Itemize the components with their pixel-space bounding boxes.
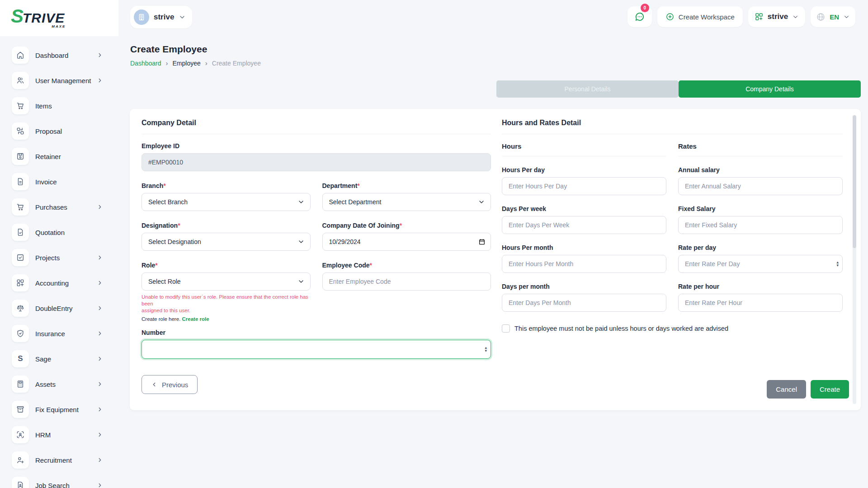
hours-heading: Hours: [502, 142, 666, 156]
chevron-right-icon: [97, 356, 103, 362]
hours-per-day-field[interactable]: [502, 177, 666, 195]
chevron-down-icon: [478, 198, 485, 206]
rates-heading: Rates: [678, 142, 843, 156]
sidebar-item-label: Items: [35, 102, 52, 110]
rate-per-hour-label: Rate per hour: [678, 283, 843, 290]
sidebar-item-label: Fix Equipment: [35, 406, 79, 413]
date-of-joining-field[interactable]: [322, 233, 491, 251]
card-scrollbar-thumb[interactable]: [853, 115, 856, 248]
sidebar-item-label: Invoice: [35, 178, 57, 186]
designation-select[interactable]: Select Designation: [142, 233, 311, 251]
language-selector[interactable]: EN: [811, 6, 855, 27]
breadcrumb-dashboard[interactable]: Dashboard: [130, 60, 161, 67]
scales-icon: [16, 304, 25, 313]
sidebar-item-job-search[interactable]: Job Search: [12, 476, 118, 488]
sidebar-item-assets[interactable]: Assets: [12, 375, 118, 393]
breadcrumb-current: Create Employee: [212, 60, 261, 67]
chevron-right-icon: [97, 305, 103, 311]
create-role-link[interactable]: Create role: [182, 316, 209, 322]
role-select[interactable]: Select Role: [142, 272, 311, 291]
rate-per-hour-field[interactable]: [678, 294, 843, 312]
sidebar-item-doubleentry[interactable]: DoubleEntry: [12, 299, 118, 317]
plus-circle-icon: [665, 12, 675, 21]
company-detail-section: Company Detail Employee ID Branch* Selec…: [142, 119, 491, 400]
role-helper-text: Create role here.: [142, 316, 180, 322]
create-workspace-button[interactable]: Create Workspace: [657, 6, 743, 27]
tab-company-details[interactable]: Company Details: [679, 80, 861, 98]
sidebar-item-insurance[interactable]: Insurance: [12, 324, 118, 343]
rate-per-day-spinner[interactable]: ▴▾: [836, 261, 839, 267]
department-label: Department: [322, 182, 358, 189]
chevron-right-icon: [97, 482, 103, 488]
sidebar-item-hrm[interactable]: HRM: [12, 426, 118, 444]
chevron-right-icon: [97, 254, 103, 261]
archive-box-icon: [16, 405, 25, 414]
workspace-selector[interactable]: strive: [748, 6, 805, 27]
sidebar-item-user-management[interactable]: User Management: [12, 71, 118, 89]
hours-per-month-field[interactable]: [502, 255, 666, 273]
sidebar-item-label: Retainer: [35, 153, 61, 160]
rate-per-day-field[interactable]: [678, 255, 843, 273]
app-logo[interactable]: S TRIVE MAXE: [11, 7, 65, 26]
previous-button[interactable]: Previous: [142, 375, 198, 394]
breadcrumb-employee[interactable]: Employee: [173, 60, 201, 67]
hours-column: Hours Hours Per day Days Per week Hours …: [502, 142, 666, 312]
create-button[interactable]: Create: [811, 380, 849, 399]
chevron-down-icon: [179, 14, 186, 21]
sidebar-item-sage[interactable]: S Sage: [12, 350, 118, 368]
number-spinner[interactable]: ▴▾: [485, 346, 487, 352]
sidebar-item-retainer[interactable]: Retainer: [12, 147, 118, 165]
check-square-icon: [16, 253, 25, 262]
company-selector[interactable]: strive: [130, 6, 192, 28]
sidebar-item-quotation[interactable]: Quotation: [12, 223, 118, 241]
chat-button[interactable]: 0: [627, 6, 652, 27]
annual-salary-field[interactable]: [678, 177, 843, 195]
number-label: Number: [142, 329, 491, 336]
users-icon: [16, 76, 25, 85]
user-plus-icon: [16, 455, 25, 465]
sidebar-item-label: DoubleEntry: [35, 305, 73, 312]
fixed-salary-field[interactable]: [678, 216, 843, 234]
tab-personal-details[interactable]: Personal Details: [496, 80, 679, 98]
shield-check-icon: [16, 329, 25, 338]
cancel-button[interactable]: Cancel: [767, 380, 806, 399]
employee-code-label: Employee Code: [322, 262, 370, 269]
calendar-icon[interactable]: [478, 238, 486, 245]
chat-icon: [634, 11, 646, 23]
branch-select-value: Select Branch: [148, 198, 188, 206]
not-paid-checkbox[interactable]: [502, 324, 510, 333]
rate-per-day-label: Rate per day: [678, 244, 843, 251]
sidebar-item-recruitment[interactable]: Recruitment: [12, 451, 118, 469]
employee-code-field[interactable]: [322, 272, 491, 291]
swap-boxes-icon: [16, 127, 25, 136]
sidebar-item-purchases[interactable]: Purchases: [12, 198, 118, 216]
sidebar-item-invoice[interactable]: Invoice: [12, 173, 118, 191]
sidebar-item-label: Purchases: [35, 203, 67, 211]
sidebar-item-fix-equipment[interactable]: Fix Equipment: [12, 400, 118, 418]
sidebar-item-projects[interactable]: Projects: [12, 249, 118, 267]
sidebar-item-proposal[interactable]: Proposal: [12, 122, 118, 140]
sidebar-item-label: Insurance: [35, 330, 65, 338]
days-per-month-field[interactable]: [502, 294, 666, 312]
days-per-week-field[interactable]: [502, 216, 666, 234]
card-scrollbar[interactable]: [853, 115, 856, 404]
sidebar-item-items[interactable]: Items: [12, 97, 118, 115]
branch-select[interactable]: Select Branch: [142, 193, 311, 211]
department-select[interactable]: Select Department: [322, 193, 491, 211]
sidebar-item-label: Sage: [35, 355, 51, 363]
chevron-right-icon: [97, 381, 103, 387]
company-avatar: [134, 9, 149, 25]
building-icon: [137, 13, 146, 22]
chevron-right-icon: [97, 280, 103, 286]
number-field[interactable]: [142, 340, 491, 359]
annual-salary-label: Annual salary: [678, 166, 843, 174]
wizard-tabs: Personal Details Company Details: [496, 80, 861, 98]
cart-icon: [16, 202, 25, 211]
logo-text: TRIVE: [23, 10, 65, 25]
create-workspace-label: Create Workspace: [679, 13, 735, 21]
sidebar-item-accounting[interactable]: Accounting: [12, 274, 118, 292]
sidebar-item-label: Proposal: [35, 127, 62, 135]
sidebar-item-dashboard[interactable]: Dashboard: [12, 46, 118, 64]
date-of-joining-label: Company Date Of Joining: [322, 222, 400, 229]
page-title: Create Employee: [130, 44, 207, 55]
